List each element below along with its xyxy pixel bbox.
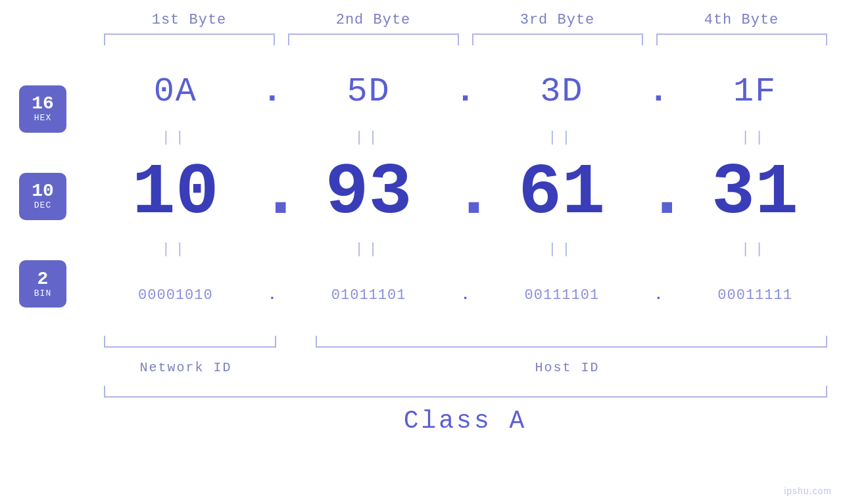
hex-byte-1: 0A xyxy=(92,72,259,111)
network-id-label: Network ID xyxy=(97,360,275,375)
equals-1-3: || xyxy=(479,129,646,146)
equals-1-4: || xyxy=(671,129,838,146)
dec-byte-2: 93 xyxy=(285,157,452,229)
byte-label-4: 4th Byte xyxy=(650,12,834,28)
main-container: 1st Byte 2nd Byte 3rd Byte 4th Byte 16 H… xyxy=(0,0,845,504)
hex-dot-3: . xyxy=(645,72,671,111)
dec-dot-3: . xyxy=(645,152,671,235)
values-area: 0A . 5D . 3D . 1F || || || || 10 xyxy=(85,58,845,328)
hex-byte-4: 1F xyxy=(671,72,838,111)
equals-2-1: || xyxy=(92,241,259,258)
top-brackets-row xyxy=(97,34,834,45)
bin-row: 00001010 . 01011101 . 00111101 . 0001111… xyxy=(85,262,845,328)
class-bracket-row xyxy=(97,386,834,398)
hex-badge: 16 HEX xyxy=(19,85,66,133)
bin-dot-2: . xyxy=(452,287,479,304)
equals-2-2: || xyxy=(285,241,452,258)
bin-dot-1: . xyxy=(259,287,285,304)
bin-byte-4: 00011111 xyxy=(671,287,838,304)
equals-row-1: || || || || xyxy=(85,124,845,150)
hex-byte-2: 5D xyxy=(285,72,452,111)
top-bracket-4 xyxy=(656,34,827,45)
top-bracket-2 xyxy=(288,34,459,45)
bin-byte-3: 00111101 xyxy=(479,287,646,304)
bin-dot-3: . xyxy=(645,287,671,304)
dec-dot-1: . xyxy=(259,152,285,235)
bin-badge: 2 BIN xyxy=(19,260,66,308)
bottom-brackets-row xyxy=(97,328,834,348)
hex-row: 0A . 5D . 3D . 1F xyxy=(85,58,845,124)
host-id-label: Host ID xyxy=(301,360,834,375)
id-labels-row: Network ID Host ID xyxy=(97,354,834,380)
hex-dot-2: . xyxy=(452,72,479,111)
network-bracket xyxy=(104,336,276,348)
class-label-row: Class A xyxy=(97,407,834,435)
dec-byte-4: 31 xyxy=(671,157,838,229)
bin-byte-2: 01011101 xyxy=(285,287,452,304)
dec-row: 10 . 93 . 61 . 31 xyxy=(85,150,845,236)
dec-badge: 10 DEC xyxy=(19,173,66,220)
byte-label-3: 3rd Byte xyxy=(466,12,650,28)
byte-labels-row: 1st Byte 2nd Byte 3rd Byte 4th Byte xyxy=(97,12,834,28)
byte-label-1: 1st Byte xyxy=(97,12,281,28)
equals-row-2: || || || || xyxy=(85,236,845,262)
class-label: Class A xyxy=(404,407,527,435)
equals-1-2: || xyxy=(285,129,452,146)
dec-dot-2: . xyxy=(452,152,479,235)
host-bracket xyxy=(316,336,827,348)
watermark: ipshu.com xyxy=(784,486,832,496)
byte-label-2: 2nd Byte xyxy=(281,12,466,28)
hex-dot-1: . xyxy=(259,72,285,111)
equals-2-3: || xyxy=(479,241,646,258)
hex-byte-3: 3D xyxy=(479,72,646,111)
dec-byte-1: 10 xyxy=(92,157,259,229)
bin-byte-1: 00001010 xyxy=(92,287,259,304)
row-labels-col: 16 HEX 10 DEC 2 BIN xyxy=(0,58,85,328)
top-bracket-1 xyxy=(104,34,275,45)
equals-2-4: || xyxy=(671,241,838,258)
class-bracket-line xyxy=(104,386,827,398)
content-area: 16 HEX 10 DEC 2 BIN 0A . 5D . 3D . 1F xyxy=(0,58,845,328)
equals-1-1: || xyxy=(92,129,259,146)
dec-byte-3: 61 xyxy=(479,157,646,229)
top-bracket-3 xyxy=(472,34,643,45)
